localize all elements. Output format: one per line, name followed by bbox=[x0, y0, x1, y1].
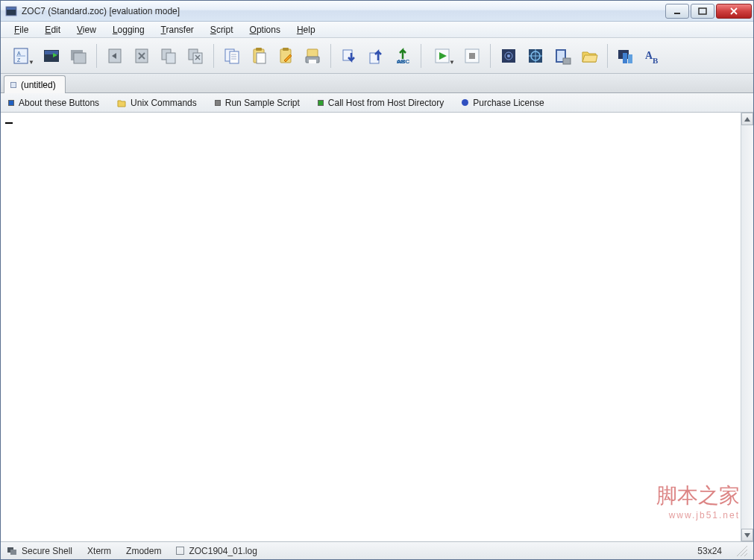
close-button[interactable] bbox=[716, 4, 752, 19]
quickbar-purchase[interactable]: Purchase License bbox=[462, 98, 544, 108]
session-profile-button[interactable] bbox=[497, 44, 521, 68]
host-directory-button[interactable]: AZ▼ bbox=[7, 44, 37, 68]
svg-rect-53 bbox=[628, 54, 632, 63]
toolbar-separator bbox=[607, 44, 608, 68]
text-upload-button[interactable]: ABCDEF bbox=[391, 44, 415, 68]
toolbar-separator bbox=[330, 44, 331, 68]
svg-rect-32 bbox=[309, 60, 316, 63]
terminal-area: 脚本之家 www.jb51.net bbox=[1, 113, 753, 541]
svg-rect-9 bbox=[45, 51, 58, 54]
svg-rect-29 bbox=[283, 48, 289, 51]
quickbar-sample[interactable]: Run Sample Script bbox=[215, 98, 300, 108]
svg-text:Z: Z bbox=[17, 57, 21, 63]
menu-view[interactable]: View bbox=[69, 23, 104, 37]
paste-back-button[interactable] bbox=[103, 44, 127, 68]
copy-delete-button[interactable] bbox=[183, 44, 207, 68]
quickbar-unix[interactable]: Unix Commands bbox=[117, 98, 197, 108]
start-script-button[interactable]: ▼ bbox=[427, 44, 457, 68]
svg-rect-27 bbox=[257, 53, 266, 63]
folder-icon bbox=[117, 98, 126, 107]
quick-connect-button[interactable] bbox=[40, 44, 63, 68]
upload-button[interactable] bbox=[364, 44, 388, 68]
paste-button[interactable] bbox=[247, 44, 271, 68]
maximize-button[interactable] bbox=[691, 4, 714, 19]
svg-rect-26 bbox=[256, 48, 262, 51]
status-emulation[interactable]: Xterm bbox=[87, 546, 111, 556]
square-icon bbox=[318, 100, 324, 106]
svg-marker-56 bbox=[744, 117, 750, 122]
font-settings-button[interactable]: AB bbox=[641, 44, 665, 68]
svg-text:A: A bbox=[17, 51, 21, 56]
program-settings-button[interactable] bbox=[524, 44, 547, 68]
vertical-scrollbar[interactable] bbox=[741, 113, 753, 541]
svg-text:DEF: DEF bbox=[397, 60, 406, 64]
titlebar[interactable]: ZOC7 (Standard.zoc) [evaluation mode] bbox=[1, 1, 753, 22]
terminal[interactable] bbox=[1, 113, 741, 541]
edit-clipboard-button[interactable] bbox=[274, 44, 298, 68]
square-icon bbox=[8, 100, 14, 106]
scroll-up-button[interactable] bbox=[741, 113, 753, 125]
toolbar-separator bbox=[421, 44, 421, 68]
menu-edit[interactable]: Edit bbox=[37, 23, 68, 37]
shell-icon bbox=[7, 546, 17, 556]
status-size: 53x24 bbox=[697, 546, 722, 556]
checkbox-icon bbox=[176, 547, 184, 555]
menu-file[interactable]: File bbox=[7, 23, 36, 37]
svg-marker-57 bbox=[744, 533, 750, 538]
svg-rect-40 bbox=[469, 53, 475, 59]
download-button[interactable] bbox=[337, 44, 361, 68]
svg-rect-52 bbox=[623, 53, 627, 63]
window-title: ZOC7 (Standard.zoc) [evaluation mode] bbox=[22, 6, 664, 16]
scroll-track[interactable] bbox=[741, 125, 753, 529]
menu-options[interactable]: Options bbox=[242, 23, 288, 37]
copy-button[interactable] bbox=[220, 44, 244, 68]
svg-point-43 bbox=[507, 54, 510, 57]
svg-rect-12 bbox=[74, 53, 86, 63]
menu-script[interactable]: Script bbox=[203, 23, 241, 37]
toolbar-separator bbox=[96, 44, 97, 68]
toolbar-separator bbox=[490, 44, 491, 68]
status-protocol[interactable]: Secure Shell bbox=[7, 546, 72, 556]
svg-rect-2 bbox=[674, 13, 680, 14]
minimize-button[interactable] bbox=[665, 4, 689, 19]
svg-rect-1 bbox=[7, 7, 16, 10]
tab-untitled[interactable]: (untitled) bbox=[4, 75, 66, 93]
window-controls bbox=[664, 4, 752, 19]
quickbar: About these Buttons Unix Commands Run Sa… bbox=[1, 93, 753, 113]
print-clipboard-button[interactable] bbox=[301, 44, 324, 68]
square-icon bbox=[215, 100, 221, 106]
copy-back-button[interactable] bbox=[157, 44, 180, 68]
circle-icon bbox=[462, 99, 468, 106]
app-icon bbox=[5, 5, 17, 17]
resize-grip-icon[interactable] bbox=[737, 546, 747, 556]
statusbar: Secure Shell Xterm Zmodem ZOC1904_01.log… bbox=[1, 541, 753, 559]
menubar: File Edit View Logging Transfer Script O… bbox=[1, 22, 753, 38]
toolbar: AZ▼ ABCDEF ▼ AB bbox=[1, 38, 753, 74]
svg-rect-50 bbox=[563, 58, 571, 64]
tab-status-icon bbox=[10, 82, 16, 88]
open-folder-button[interactable] bbox=[577, 44, 601, 68]
menu-logging[interactable]: Logging bbox=[105, 23, 152, 37]
scrollback-button[interactable] bbox=[550, 44, 574, 68]
svg-text:B: B bbox=[653, 56, 659, 65]
menu-transfer[interactable]: Transfer bbox=[154, 23, 201, 37]
svg-rect-21 bbox=[230, 51, 239, 63]
delete-button[interactable] bbox=[130, 44, 154, 68]
toolbar-separator bbox=[213, 44, 214, 68]
terminal-cursor bbox=[5, 122, 13, 124]
tab-label: (untitled) bbox=[21, 80, 56, 90]
main-window: ZOC7 (Standard.zoc) [evaluation mode] Fi… bbox=[0, 0, 754, 560]
new-window-button[interactable] bbox=[66, 44, 90, 68]
stop-script-button[interactable] bbox=[460, 44, 484, 68]
tabbar: (untitled) bbox=[1, 74, 753, 93]
quickbar-callhost[interactable]: Call Host from Host Directory bbox=[318, 98, 444, 108]
svg-rect-59 bbox=[10, 550, 16, 555]
status-transfer[interactable]: Zmodem bbox=[126, 546, 161, 556]
menu-help[interactable]: Help bbox=[289, 23, 323, 37]
color-settings-button[interactable] bbox=[614, 44, 638, 68]
svg-rect-17 bbox=[166, 53, 175, 63]
svg-rect-3 bbox=[699, 8, 706, 14]
status-logfile[interactable]: ZOC1904_01.log bbox=[176, 546, 257, 556]
scroll-down-button[interactable] bbox=[741, 529, 753, 541]
quickbar-about[interactable]: About these Buttons bbox=[8, 98, 99, 108]
